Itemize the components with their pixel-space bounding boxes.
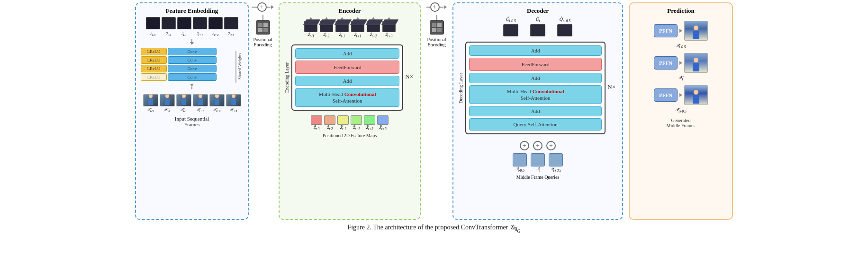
lrelu-3: LReLU (141, 65, 167, 72)
dec-selfattn-label: Self-Attention (521, 95, 551, 101)
head-5 (215, 94, 219, 98)
frame-label-1: ℐt-3 (146, 31, 160, 36)
input-img-wrap-6: 𝒳t+3 (226, 94, 241, 113)
svg-rect-4 (432, 23, 436, 27)
q-cube-3 (549, 153, 563, 166)
svg-rect-7 (437, 28, 442, 32)
figure-container: Feature Embedding ℐt-3 ℐt-2 ℐt-1 ℐt+1 ℐt… (0, 0, 868, 236)
query-plus-1: + (520, 141, 529, 150)
zhat-label-2: ẑt-2 (320, 32, 333, 38)
pos-enc-icon-2 (432, 23, 442, 32)
q-cube-wrap-1: 𝒬t-0.5 (513, 153, 527, 173)
z-label-1: z̃t-3 (313, 125, 319, 131)
lrelu-2: LReLU (141, 56, 167, 64)
dec-cube-wrap-2: Q̂t (530, 17, 545, 36)
encoder-section: Encoder ẑt-3 (279, 2, 421, 220)
z-cube-6 (377, 115, 389, 125)
qhat-label-2: Q̂t (535, 17, 540, 23)
dec-feedforward-bar: FeedForward (469, 58, 602, 71)
q-plus-sym-3: + (549, 142, 553, 149)
pffn-img-row-3: PFFN (654, 85, 708, 105)
pos-box-wrap-2 (430, 15, 444, 35)
person-1 (148, 94, 153, 105)
head-4 (199, 94, 202, 98)
result-person-3 (693, 90, 699, 104)
plus-arrow-row: + (252, 2, 274, 12)
dec-add-bar-2: Add (469, 73, 602, 83)
decoding-layer-label: Decoding Layer (458, 73, 463, 104)
query-plus-3: + (546, 141, 556, 150)
body-6 (231, 98, 236, 105)
z-cube-5 (364, 115, 375, 125)
r-body-3 (693, 95, 699, 104)
z-feat-2: z̃t-2 (324, 115, 335, 131)
dec-cube-wrap-1: Q̂t-0.5 (503, 17, 518, 36)
pffn-box-2: PFFN (654, 56, 678, 70)
feature-embedding-title: Feature Embedding (166, 7, 218, 15)
conv-layer-2: LReLU Conv (141, 56, 217, 64)
frame-label-3: ℐt-1 (177, 31, 191, 36)
prediction-title: Prediction (667, 7, 695, 15)
zhat-label-3: ẑt-1 (335, 32, 349, 38)
zhat-label-5: ẑt+2 (367, 32, 380, 38)
input-img-1 (143, 94, 158, 106)
z-label-2: z̃t-2 (326, 125, 333, 131)
svg-rect-0 (258, 23, 262, 27)
zhat-cube-4 (351, 21, 364, 32)
encoder-title: Encoder (339, 7, 361, 15)
top-cube-5: ẑt+2 (367, 21, 380, 38)
conv-layer-4: LReLU Conv (141, 73, 217, 81)
plus-arrow-row-2: + (426, 2, 447, 12)
positioned-feat-maps-label: Positioned 2D Feature Maps (323, 133, 377, 138)
pos-enc-label-2: PositionalEncoding (427, 37, 446, 47)
middle-frame-queries-label: Middle Frame Queries (513, 175, 563, 180)
pffn-box-3: PFFN (654, 88, 678, 102)
arrow-down-1 (190, 39, 194, 45)
pffn-arrow-2 (679, 61, 682, 65)
r-head-3 (694, 90, 698, 95)
qhat-label-1: Q̂t-0.5 (506, 17, 515, 23)
q-cube-wrap-3: 𝒬t+0.5 (549, 153, 563, 173)
person-6 (231, 94, 236, 105)
frame-label-6: ℐt+3 (224, 31, 238, 36)
brace-line (235, 51, 236, 83)
input-images-row: 𝒳t-3 𝒳t-2 (143, 94, 241, 113)
dec-top-cube-2 (530, 24, 545, 36)
result-img-2 (684, 53, 708, 73)
conv-1: Conv (168, 48, 217, 55)
q-plus-sym-2: + (536, 142, 540, 149)
r-body-1 (693, 31, 699, 39)
head-2 (165, 94, 169, 98)
input-img-label-6: 𝒳t+3 (226, 107, 241, 113)
result-label-3: 𝒳̂t+0.5 (675, 107, 687, 114)
z-cube-3 (337, 115, 349, 125)
person-3 (181, 94, 186, 105)
person-5 (215, 94, 219, 105)
head-6 (232, 94, 235, 98)
enc-add-bar-2: Add (295, 76, 399, 86)
plus-symbol-2: + (433, 3, 437, 11)
body-1 (148, 98, 153, 105)
q-cube-1 (513, 153, 527, 166)
result-label-1: 𝒳̂t-0.5 (676, 43, 686, 49)
pos-enc-icon-1 (258, 23, 268, 32)
result-img-1 (684, 21, 708, 41)
shared-weights-label: Shared Weights (237, 53, 242, 79)
z-feat-6: z̃t+3 (377, 115, 389, 131)
q-cube-wrap-2: 𝒬t (531, 153, 545, 173)
conv-2: Conv (168, 56, 217, 64)
head-3 (182, 94, 186, 98)
conv-stack-area: LReLU Conv LReLU Conv LReLU Conv LReLU C… (141, 46, 243, 83)
plus-circle-2: + (430, 2, 440, 12)
input-img-3 (176, 94, 191, 106)
svg-rect-1 (263, 23, 268, 27)
decoding-layer: Decoding Layer Add FeedForward Add Multi… (458, 42, 606, 135)
hline-left (252, 7, 257, 8)
q-label-3: 𝒬t+0.5 (551, 166, 561, 173)
dec-top-cube-3 (557, 24, 572, 36)
enc-conv-label: Convolutional (344, 91, 376, 97)
dec-multi-head-bar: Multi-Head Convolutional Self-Attention (469, 85, 602, 105)
frame-thumb-5 (208, 17, 223, 29)
input-img-wrap-2: 𝒳t-2 (160, 94, 175, 113)
lrelu-1: LReLU (141, 48, 167, 55)
